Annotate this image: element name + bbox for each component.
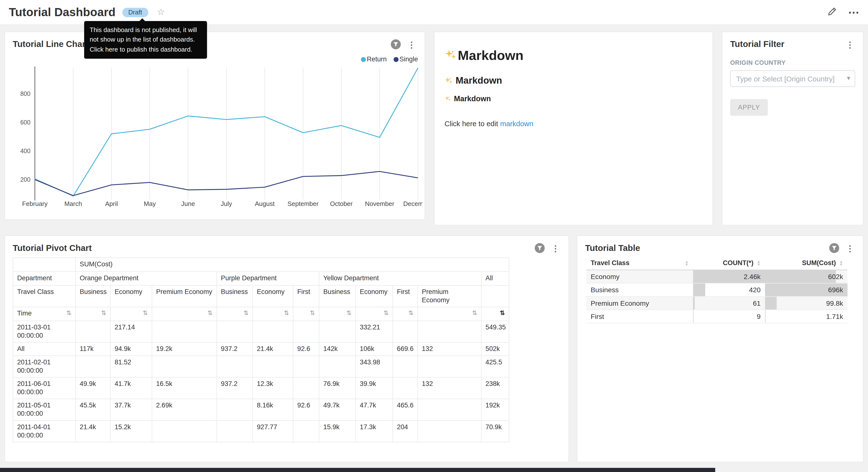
x-axis-label: February <box>22 200 48 207</box>
travel-class-cell: Economy <box>586 270 693 283</box>
pivot-value-cell: 47.7k <box>356 399 393 420</box>
pivot-value-cell: 465.6 <box>393 399 417 420</box>
value-cell: 9 <box>693 310 765 323</box>
pivot-class-header: Economy <box>253 286 293 307</box>
sort-icon[interactable]: ⇅ <box>472 309 477 317</box>
pivot-sort-cell: ⇅ <box>393 307 417 321</box>
pivot-row: 2011-02-01 00:00:0081.52343.98425.5 <box>13 356 509 377</box>
table-row: Premium Economy6199.8k <box>586 296 848 309</box>
pivot-value-cell: 70.9k <box>482 421 509 442</box>
card-tutorial-table: Tutorial Table ⋮ Travel Class▲▼COUNT(*)▲… <box>577 235 864 462</box>
pivot-value-cell: 332.21 <box>356 321 393 343</box>
tooltip-line: Click here to publish this dashboard. <box>90 45 202 54</box>
value-cell: 696k <box>765 283 847 296</box>
draft-badge[interactable]: Draft <box>122 7 148 17</box>
pivot-row-label: 2011-03-01 00:00:00 <box>13 321 75 343</box>
markdown-h1: Markdown <box>444 48 703 63</box>
value-bar <box>693 310 693 323</box>
table-column-header[interactable]: SUM(Cost)▲▼ <box>765 256 847 270</box>
sort-icon[interactable]: ⇅ <box>408 309 413 317</box>
pivot-department-header: Purple Department <box>217 271 319 286</box>
pivot-value-cell <box>75 321 111 343</box>
pivot-value-cell: 12.3k <box>253 377 293 399</box>
edit-markdown-link[interactable]: markdown <box>500 120 533 128</box>
markdown-footer: Click here to edit markdown <box>444 120 703 128</box>
sort-icon[interactable]: ⇅ <box>346 309 351 317</box>
travel-class-cell: Business <box>586 283 693 296</box>
pivot-value-cell <box>393 377 417 399</box>
sort-icon[interactable]: ⇅ <box>500 309 505 317</box>
pivot-value-cell: 76.9k <box>319 377 355 399</box>
pivot-value-cell: 49.7k <box>319 399 355 420</box>
pivot-value-cell: 343.98 <box>356 356 393 377</box>
card-tutorial-line-chart: Tutorial Line Chart ⋮ ReturnSingle 20040… <box>4 32 425 220</box>
pivot-corner-cell <box>13 258 75 272</box>
apply-button[interactable]: APPLY <box>730 99 768 116</box>
pivot-row: 2011-06-01 00:00:0049.9k41.7k16.5k937.21… <box>13 377 509 399</box>
app-root: Tutorial Dashboard Draft ☆ ⋯ This dashbo… <box>0 0 868 472</box>
cross-filter-icon[interactable] <box>829 243 839 253</box>
pivot-class-header: Economy <box>111 286 152 307</box>
sort-icon[interactable]: ⇅ <box>244 309 249 317</box>
sort-icon[interactable]: ⇅ <box>66 309 71 317</box>
pivot-value-cell: 21.4k <box>253 343 293 356</box>
pivot-row-dim-header: Time⇅ <box>13 307 75 321</box>
pivot-row: All117k94.9k19.2k937.221.4k92.6142k106k6… <box>13 343 509 356</box>
pivot-value-cell: 502k <box>482 343 509 356</box>
pivot-value-cell <box>217 399 253 420</box>
cross-filter-icon[interactable] <box>535 243 545 253</box>
data-table-container: Travel Class▲▼COUNT(*)▲▼SUM(Cost)▲▼Econo… <box>577 253 863 324</box>
sparkles-icon <box>444 49 457 61</box>
pivot-row-label: All <box>13 343 75 356</box>
pivot-value-cell: 37.7k <box>111 399 152 420</box>
column-label: SUM(Cost) <box>802 259 836 267</box>
favorite-star-icon[interactable]: ☆ <box>157 8 165 17</box>
x-axis-label: August <box>255 200 275 207</box>
table-column-header[interactable]: COUNT(*)▲▼ <box>693 256 765 270</box>
cross-filter-icon[interactable] <box>391 39 401 50</box>
publish-tooltip[interactable]: This dashboard is not published, it will… <box>84 21 207 58</box>
pivot-row-label: 2011-06-01 00:00:00 <box>13 377 75 399</box>
more-actions-icon[interactable]: ⋯ <box>848 7 859 18</box>
sparkles-icon <box>444 77 453 85</box>
chart-menu-icon[interactable]: ⋮ <box>845 244 855 252</box>
x-axis-label: September <box>287 200 319 207</box>
pivot-value-cell: 81.52 <box>111 356 152 377</box>
sort-icon[interactable]: ⇅ <box>208 309 213 317</box>
sort-icon[interactable]: ⇅ <box>284 309 289 317</box>
pivot-value-cell <box>319 356 355 377</box>
pivot-value-cell <box>293 377 319 399</box>
page-title: Tutorial Dashboard <box>9 6 115 19</box>
sort-icon[interactable]: ⇅ <box>101 309 106 317</box>
pivot-value-cell: 425.5 <box>482 356 509 377</box>
sort-icon[interactable]: ⇅ <box>310 309 315 317</box>
sort-icon[interactable]: ⇅ <box>143 309 148 317</box>
pivot-value-cell: 49.9k <box>75 377 111 399</box>
pivot-value-cell <box>319 321 355 343</box>
chart-menu-icon[interactable]: ⋮ <box>550 244 561 252</box>
pivot-value-cell <box>152 321 217 343</box>
sort-icon[interactable]: ▲▼ <box>839 260 843 266</box>
chart-menu-icon[interactable]: ⋮ <box>406 40 417 49</box>
chart-menu-icon[interactable]: ⋮ <box>845 40 855 49</box>
pivot-value-cell <box>217 421 253 442</box>
sort-icon[interactable]: ▲▼ <box>685 260 689 266</box>
table-row: Business420696k <box>586 283 848 296</box>
table-column-header[interactable]: Travel Class▲▼ <box>586 256 693 270</box>
edit-pencil-icon[interactable] <box>828 6 837 18</box>
pivot-value-cell: 204 <box>393 421 417 442</box>
pivot-class-header: Business <box>75 286 111 307</box>
pivot-value-cell <box>417 399 481 420</box>
pivot-value-cell <box>417 356 481 377</box>
value-cell: 1.71k <box>765 310 847 323</box>
sort-icon[interactable]: ⇅ <box>383 309 389 317</box>
pivot-value-cell <box>253 321 293 343</box>
markdown-h2: Markdown <box>444 75 703 86</box>
sparkles-icon <box>444 96 451 102</box>
value-bar <box>693 297 695 309</box>
pivot-value-cell: 92.6 <box>293 399 319 420</box>
y-tick-label: 600 <box>20 119 31 126</box>
origin-country-select[interactable]: Type or Select [Origin Country] ▾ <box>730 70 855 87</box>
value-cell: 420 <box>693 283 765 296</box>
sort-icon[interactable]: ▲▼ <box>757 260 761 266</box>
